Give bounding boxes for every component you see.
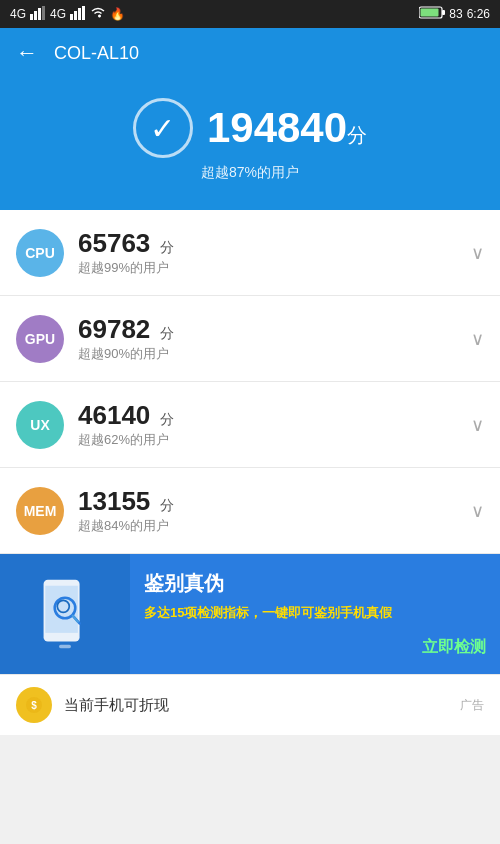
cpu-info: 65763 分 超越99%的用户 xyxy=(78,228,457,277)
cpu-chevron-icon: ∨ xyxy=(471,242,484,264)
gpu-icon: GPU xyxy=(16,315,64,363)
ad-action-button[interactable]: 立即检测 xyxy=(144,637,486,658)
mem-row[interactable]: MEM 13155 分 超越84%的用户 ∨ xyxy=(0,468,500,554)
svg-rect-3 xyxy=(42,6,45,20)
mem-score-row: 13155 分 xyxy=(78,486,457,517)
total-score: 194840分 xyxy=(207,104,367,152)
ad-highlight: 15项 xyxy=(170,605,197,620)
gpu-row[interactable]: GPU 69782 分 超越90%的用户 ∨ xyxy=(0,296,500,382)
svg-rect-6 xyxy=(78,8,81,20)
svg-rect-1 xyxy=(34,11,37,20)
mem-percentile: 超越84%的用户 xyxy=(78,517,457,535)
mem-score: 13155 xyxy=(78,486,150,517)
svg-rect-9 xyxy=(442,10,445,15)
ux-chevron-icon: ∨ xyxy=(471,414,484,436)
svg-rect-5 xyxy=(74,11,77,20)
signal-1: 4G xyxy=(10,7,26,21)
score-section: ✓ 194840分 超越87%的用户 xyxy=(0,78,500,210)
bottom-bar[interactable]: $ 当前手机可折现 广告 xyxy=(0,674,500,735)
score-subtitle: 超越87%的用户 xyxy=(201,164,299,182)
time: 6:26 xyxy=(467,7,490,21)
check-circle-icon: ✓ xyxy=(133,98,193,158)
gpu-unit: 分 xyxy=(160,325,174,343)
page-title: COL-AL10 xyxy=(54,43,139,64)
cpu-row[interactable]: CPU 65763 分 超越99%的用户 ∨ xyxy=(0,210,500,296)
status-right: 83 6:26 xyxy=(419,6,490,22)
ux-score: 46140 xyxy=(78,400,150,431)
status-left: 4G 4G 🔥 xyxy=(10,6,125,23)
svg-rect-2 xyxy=(38,8,41,20)
cpu-score-row: 65763 分 xyxy=(78,228,457,259)
svg-text:$: $ xyxy=(31,700,37,711)
cpu-unit: 分 xyxy=(160,239,174,257)
ad-label: 广告 xyxy=(460,697,484,714)
svg-rect-0 xyxy=(30,14,33,20)
back-button[interactable]: ← xyxy=(16,40,38,66)
svg-rect-16 xyxy=(59,645,71,648)
bottom-text: 当前手机可折现 xyxy=(64,696,448,715)
ad-desc: 多达15项检测指标，一键即可鉴别手机真假 xyxy=(144,603,486,623)
ad-title: 鉴别真伪 xyxy=(144,570,486,597)
gpu-chevron-icon: ∨ xyxy=(471,328,484,350)
ux-icon: UX xyxy=(16,401,64,449)
signal-2: 4G xyxy=(50,7,66,21)
svg-rect-12 xyxy=(45,586,78,633)
status-bar: 4G 4G 🔥 83 6:26 xyxy=(0,0,500,28)
gpu-score: 69782 xyxy=(78,314,150,345)
score-row: ✓ 194840分 xyxy=(133,98,367,158)
gpu-info: 69782 分 超越90%的用户 xyxy=(78,314,457,363)
bottom-coin-icon: $ xyxy=(16,687,52,723)
ad-icon-area xyxy=(0,554,130,674)
mem-icon: MEM xyxy=(16,487,64,535)
header: ← COL-AL10 xyxy=(0,28,500,78)
cpu-score: 65763 xyxy=(78,228,150,259)
battery-icon xyxy=(419,6,445,22)
mem-info: 13155 分 超越84%的用户 xyxy=(78,486,457,535)
cpu-percentile: 超越99%的用户 xyxy=(78,259,457,277)
svg-rect-10 xyxy=(421,9,439,17)
mem-chevron-icon: ∨ xyxy=(471,500,484,522)
wifi-icon xyxy=(90,7,106,22)
gpu-score-row: 69782 分 xyxy=(78,314,457,345)
svg-rect-7 xyxy=(82,6,85,20)
battery-level: 83 xyxy=(449,7,462,21)
svg-rect-4 xyxy=(70,14,73,20)
ux-info: 46140 分 超越62%的用户 xyxy=(78,400,457,449)
coin-svg: $ xyxy=(22,693,46,717)
ux-score-row: 46140 分 xyxy=(78,400,457,431)
signal-bars-2 xyxy=(70,6,86,23)
ux-unit: 分 xyxy=(160,411,174,429)
flame-icon: 🔥 xyxy=(110,7,125,21)
ux-percentile: 超越62%的用户 xyxy=(78,431,457,449)
ad-phone-icon xyxy=(35,574,95,654)
ad-card[interactable]: 鉴别真伪 多达15项检测指标，一键即可鉴别手机真假 立即检测 xyxy=(0,554,500,674)
gpu-percentile: 超越90%的用户 xyxy=(78,345,457,363)
benchmark-list: CPU 65763 分 超越99%的用户 ∨ GPU 69782 分 超越90%… xyxy=(0,210,500,554)
ad-content: 鉴别真伪 多达15项检测指标，一键即可鉴别手机真假 立即检测 xyxy=(130,554,500,674)
ux-row[interactable]: UX 46140 分 超越62%的用户 ∨ xyxy=(0,382,500,468)
signal-bars-1 xyxy=(30,6,46,23)
mem-unit: 分 xyxy=(160,497,174,515)
cpu-icon: CPU xyxy=(16,229,64,277)
